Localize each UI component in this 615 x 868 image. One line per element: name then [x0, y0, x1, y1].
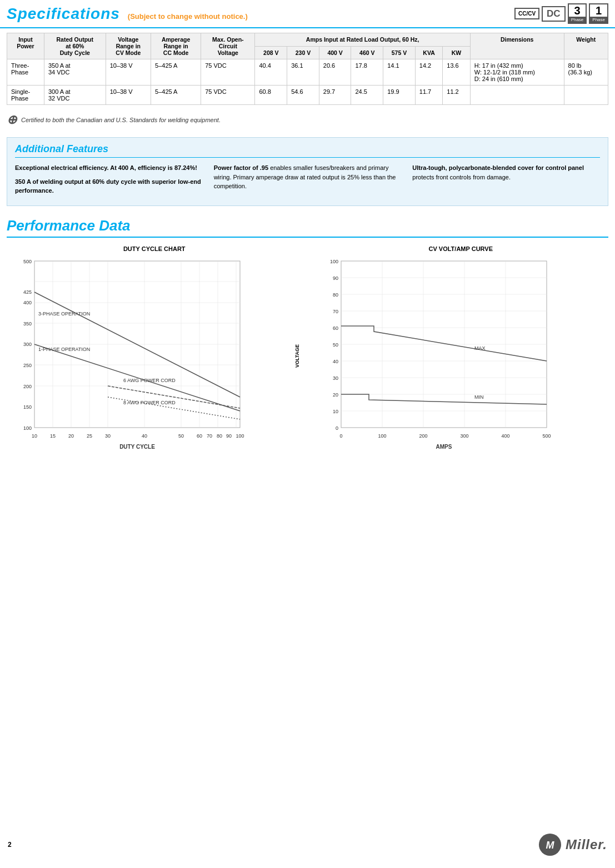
one-phase-num: 1 — [591, 4, 606, 17]
svg-text:100: 100 — [378, 433, 386, 439]
page-title: Specifications — [7, 5, 120, 23]
cell-kva-1: 14.2 — [415, 59, 442, 86]
one-phase-badge: 1 Phase — [589, 3, 608, 24]
cell-weight-1: 80 lb(36.3 kg) — [564, 59, 608, 86]
svg-text:30: 30 — [332, 375, 338, 381]
svg-text:200: 200 — [23, 384, 32, 389]
feature-text-1: Exceptional electrical efficiency. At 40… — [15, 163, 203, 173]
svg-text:40: 40 — [332, 359, 338, 364]
svg-text:80: 80 — [332, 292, 338, 298]
th-dimensions: Dimensions — [470, 33, 564, 59]
dc-badge: DC — [542, 6, 566, 22]
duty-cycle-chart-wrap: WELDING AMPERES — [7, 255, 302, 456]
feature-text-2: 350 A of welding output at 60% duty cycl… — [15, 177, 203, 195]
svg-text:90: 90 — [226, 433, 232, 439]
charts-row: DUTY CYCLE CHART WELDING AMPERES — [7, 245, 608, 456]
svg-text:60: 60 — [197, 433, 202, 439]
cell-kva-2: 11.7 — [415, 86, 442, 105]
svg-text:0: 0 — [335, 425, 338, 431]
th-kva: KVA — [415, 46, 442, 59]
th-v208: 208 V — [255, 46, 287, 59]
cc-cv-badge: CC/CV — [514, 8, 539, 19]
th-amps-input-group: Amps Input at Rated Load Output, 60 Hz, — [255, 33, 470, 47]
features-col-1: Exceptional electrical efficiency. At 40… — [15, 163, 203, 200]
svg-text:1-PHASE OPERATION: 1-PHASE OPERATION — [38, 347, 90, 352]
svg-text:150: 150 — [23, 404, 32, 410]
cv-chart-title: CV VOLT/AMP CURVE — [313, 245, 609, 252]
cell-v460-2: 24.5 — [351, 86, 383, 105]
svg-text:425: 425 — [23, 289, 32, 295]
svg-text:50: 50 — [178, 433, 184, 439]
cell-weight-2 — [564, 86, 608, 105]
three-phase-badge: 3 Phase — [568, 3, 587, 24]
svg-text:10: 10 — [32, 433, 37, 439]
svg-text:400: 400 — [23, 300, 32, 305]
svg-text:20: 20 — [332, 392, 338, 398]
th-max-open-circuit: Max. Open-CircuitVoltage — [201, 33, 255, 59]
one-phase-label: Phase — [590, 17, 607, 23]
certification-text: Certified to both the Canadian and U.S. … — [21, 117, 221, 123]
svg-text:500: 500 — [542, 433, 551, 439]
cell-v230-2: 54.6 — [287, 86, 319, 105]
th-v460: 460 V — [351, 46, 383, 59]
miller-logo-icon: M — [538, 832, 562, 857]
performance-section: Performance Data DUTY CYCLE CHART WELDIN… — [0, 212, 615, 462]
cell-max-oc-2: 75 VDC — [201, 86, 255, 105]
svg-text:200: 200 — [419, 433, 427, 439]
svg-text:350: 350 — [23, 321, 32, 327]
cell-max-oc-1: 75 VDC — [201, 59, 255, 86]
th-voltage-range: VoltageRange inCV Mode — [106, 33, 151, 59]
svg-text:DUTY CYCLE: DUTY CYCLE — [119, 444, 155, 450]
cell-v575-1: 14.1 — [383, 59, 416, 86]
feature-text-4: Ultra-tough, polycarbonate-blended cover… — [412, 163, 600, 182]
svg-text:250: 250 — [23, 363, 32, 368]
svg-text:MIN: MIN — [474, 394, 484, 400]
th-weight: Weight — [564, 33, 608, 59]
cv-curve-chart-container: CV VOLT/AMP CURVE VOLTAGE — [313, 245, 609, 456]
svg-text:M: M — [546, 840, 554, 851]
three-phase-label: Phase — [569, 17, 586, 23]
cell-input-power-2: Single-Phase — [7, 86, 44, 105]
miller-logo: M Miller. — [538, 832, 607, 857]
duty-cycle-chart-title: DUTY CYCLE CHART — [7, 245, 302, 252]
header-badges: CC/CV DC 3 Phase 1 Phase — [514, 3, 608, 24]
svg-text:300: 300 — [460, 433, 468, 439]
cell-kw-2: 11.2 — [443, 86, 470, 105]
features-grid: Exceptional electrical efficiency. At 40… — [15, 163, 600, 200]
cv-y-label: VOLTAGE — [294, 344, 299, 367]
cell-v208-2: 60.8 — [255, 86, 287, 105]
th-v575: 575 V — [383, 46, 416, 59]
cell-voltage-range-2: 10–38 V — [106, 86, 151, 105]
svg-text:3-PHASE OPERATION: 3-PHASE OPERATION — [38, 311, 90, 317]
svg-text:100: 100 — [329, 259, 338, 264]
svg-text:30: 30 — [105, 433, 111, 439]
cell-v400-2: 29.7 — [319, 86, 351, 105]
cell-dimensions-2 — [470, 86, 564, 105]
table-row: Three-Phase 350 A at34 VDC 10–38 V 5–425… — [7, 59, 608, 86]
svg-text:8 AWG POWER CORD: 8 AWG POWER CORD — [123, 400, 176, 405]
svg-text:15: 15 — [50, 433, 56, 439]
svg-text:40: 40 — [142, 433, 147, 439]
svg-text:20: 20 — [68, 433, 74, 439]
svg-text:400: 400 — [501, 433, 509, 439]
page-footer: 2 M Miller. — [0, 832, 615, 857]
th-rated-output: Rated Outputat 60%Duty Cycle — [44, 33, 106, 59]
dc-label: DC — [547, 8, 561, 19]
cv-curve-svg: 0 10 20 30 40 50 60 70 80 90 100 0 100 2… — [313, 255, 558, 455]
svg-text:90: 90 — [332, 275, 338, 281]
cc-cv-label: CC/CV — [518, 11, 536, 17]
features-col-3: Ultra-tough, polycarbonate-blended cover… — [412, 163, 600, 200]
svg-text:60: 60 — [332, 325, 338, 331]
duty-cycle-chart-container: DUTY CYCLE CHART WELDING AMPERES — [7, 245, 302, 456]
features-title: Additional Features — [15, 143, 600, 158]
th-v230: 230 V — [287, 46, 319, 59]
page-subtitle: (Subject to change without notice.) — [128, 12, 248, 21]
svg-text:50: 50 — [332, 342, 338, 348]
svg-text:6 AWG POWER CORD: 6 AWG POWER CORD — [123, 378, 176, 383]
page-header: Specifications (Subject to change withou… — [0, 0, 615, 28]
svg-text:80: 80 — [217, 433, 222, 439]
svg-text:25: 25 — [87, 433, 92, 439]
duty-cycle-svg: 100 150 200 250 300 350 400 425 500 10 1… — [7, 255, 251, 455]
svg-text:MAX: MAX — [474, 345, 486, 351]
certification-line: ⊕ Certified to both the Canadian and U.S… — [0, 109, 615, 132]
